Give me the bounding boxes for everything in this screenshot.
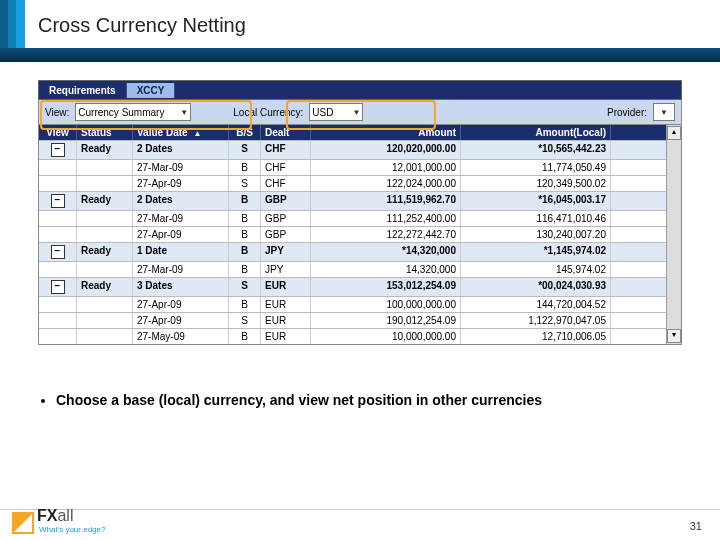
cell-dealt: CHF <box>261 176 311 191</box>
cell-dealt: CHF <box>261 141 311 159</box>
scroll-up-icon[interactable]: ▴ <box>667 126 681 140</box>
cell-view <box>39 262 77 277</box>
cell-bs: B <box>229 243 261 261</box>
cell-status <box>77 313 133 328</box>
title-underline <box>0 48 720 62</box>
col-view[interactable]: View <box>39 125 77 140</box>
cell-status <box>77 227 133 242</box>
cell-amount-local: *16,045,003.17 <box>461 192 611 210</box>
cell-amount: 100,000,000.00 <box>311 297 461 312</box>
cell-bs: B <box>229 329 261 344</box>
cell-date: 3 Dates <box>133 278 229 296</box>
cell-dealt: CHF <box>261 160 311 175</box>
cell-date: 27-May-09 <box>133 329 229 344</box>
expand-toggle-icon[interactable]: − <box>51 143 65 157</box>
chevron-down-icon: ▼ <box>656 108 668 117</box>
vertical-scrollbar[interactable]: ▴ ▾ <box>666 125 681 344</box>
expand-toggle-icon[interactable]: − <box>51 245 65 259</box>
tab-requirements[interactable]: Requirements <box>39 83 127 98</box>
cell-status <box>77 176 133 191</box>
col-value-date[interactable]: Value Date ▲ <box>133 125 229 140</box>
table-row: 27-Mar-09BGBP111,252,400.00116,471,010.4… <box>39 210 666 226</box>
provider-select[interactable]: ▼ <box>653 103 675 121</box>
table-row: 27-Apr-09BGBP122,272,442.70130,240,007.2… <box>39 226 666 242</box>
cell-amount-local: *1,145,974.02 <box>461 243 611 261</box>
col-status[interactable]: Status <box>77 125 133 140</box>
cell-amount: 153,012,254.09 <box>311 278 461 296</box>
scroll-down-icon[interactable]: ▾ <box>667 329 681 343</box>
expand-toggle-icon[interactable]: − <box>51 280 65 294</box>
netting-table: View Status Value Date ▲ B/S Dealt Amoun… <box>38 125 682 345</box>
table-row: −Ready2 DatesSCHF120,020,000.00*10,565,4… <box>39 140 666 159</box>
cell-date: 27-Apr-09 <box>133 297 229 312</box>
cell-dealt: EUR <box>261 278 311 296</box>
table-row: 27-Apr-09BEUR100,000,000.00144,720,004.5… <box>39 296 666 312</box>
cell-bs: S <box>229 141 261 159</box>
brand-mark-icon <box>12 512 34 534</box>
cell-status <box>77 329 133 344</box>
table-row: 27-Apr-09SEUR190,012,254.091,122,970,047… <box>39 312 666 328</box>
cell-amount-local: *00,024,030.93 <box>461 278 611 296</box>
cell-date: 27-Mar-09 <box>133 211 229 226</box>
cell-status: Ready <box>77 141 133 159</box>
table-row: 27-May-09BEUR10,000,000.0012,710,006.05 <box>39 328 666 344</box>
cell-date: 2 Dates <box>133 192 229 210</box>
table-row: 27-Apr-09SCHF122,024,000.00120,349,500.0… <box>39 175 666 191</box>
cell-bs: S <box>229 278 261 296</box>
brand-name: FXall <box>37 507 105 525</box>
cell-view <box>39 211 77 226</box>
app-window: Requirements XCCY View: Currency Summary… <box>38 80 682 345</box>
cell-bs: B <box>229 160 261 175</box>
cell-bs: S <box>229 313 261 328</box>
view-label: View: <box>45 107 69 118</box>
cell-date: 27-Apr-09 <box>133 176 229 191</box>
cell-amount-local: *10,565,442.23 <box>461 141 611 159</box>
col-amount[interactable]: Amount <box>311 125 461 140</box>
cell-amount-local: 145,974.02 <box>461 262 611 277</box>
table-row: 27-Mar-09BCHF12,001,000.0011,774,050.49 <box>39 159 666 175</box>
cell-status <box>77 160 133 175</box>
cell-amount: 111,252,400.00 <box>311 211 461 226</box>
cell-status: Ready <box>77 243 133 261</box>
cell-view: − <box>39 243 77 261</box>
local-currency-select[interactable]: USD ▼ <box>309 103 363 121</box>
cell-status <box>77 297 133 312</box>
cell-dealt: JPY <box>261 262 311 277</box>
cell-view <box>39 176 77 191</box>
cell-dealt: EUR <box>261 297 311 312</box>
cell-view: − <box>39 278 77 296</box>
brand-tagline: What's your edge? <box>39 525 105 534</box>
expand-toggle-icon[interactable]: − <box>51 194 65 208</box>
cell-amount-local: 11,774,050.49 <box>461 160 611 175</box>
cell-bs: B <box>229 192 261 210</box>
slide-accent-stripes <box>0 0 34 48</box>
table-row: 27-Mar-09BJPY14,320,000145,974.02 <box>39 261 666 277</box>
cell-date: 27-Mar-09 <box>133 160 229 175</box>
cell-amount: *14,320,000 <box>311 243 461 261</box>
cell-status <box>77 211 133 226</box>
cell-amount-local: 120,349,500.02 <box>461 176 611 191</box>
cell-dealt: GBP <box>261 227 311 242</box>
cell-amount: 14,320,000 <box>311 262 461 277</box>
cell-dealt: GBP <box>261 211 311 226</box>
cell-date: 1 Date <box>133 243 229 261</box>
filter-bar: View: Currency Summary ▼ Local Currency:… <box>38 100 682 125</box>
cell-amount: 111,519,962.70 <box>311 192 461 210</box>
col-dealt[interactable]: Dealt <box>261 125 311 140</box>
table-row: −Ready3 DatesSEUR153,012,254.09*00,024,0… <box>39 277 666 296</box>
view-select[interactable]: Currency Summary ▼ <box>75 103 191 121</box>
col-bs[interactable]: B/S <box>229 125 261 140</box>
col-amount-local[interactable]: Amount(Local) <box>461 125 611 140</box>
tab-xccy[interactable]: XCCY <box>127 83 176 98</box>
sort-asc-icon: ▲ <box>193 129 201 138</box>
cell-amount: 190,012,254.09 <box>311 313 461 328</box>
cell-amount: 122,272,442.70 <box>311 227 461 242</box>
cell-dealt: EUR <box>261 329 311 344</box>
table-row: −Ready1 DateBJPY*14,320,000*1,145,974.02 <box>39 242 666 261</box>
provider-label: Provider: <box>607 107 647 118</box>
cell-view <box>39 227 77 242</box>
table-header-row: View Status Value Date ▲ B/S Dealt Amoun… <box>39 125 666 140</box>
bullet-item: Choose a base (local) currency, and view… <box>56 392 690 408</box>
cell-amount-local: 116,471,010.46 <box>461 211 611 226</box>
footer-divider <box>0 509 720 510</box>
